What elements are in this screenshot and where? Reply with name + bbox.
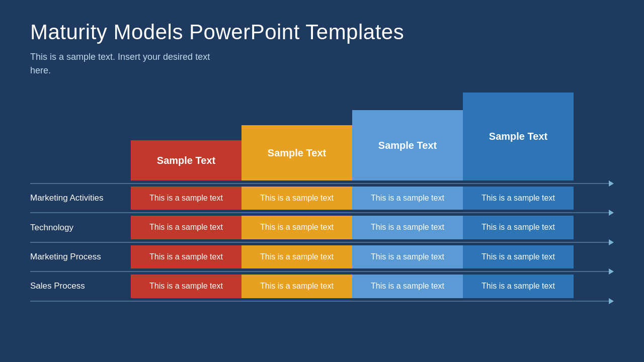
divider-bottom xyxy=(30,298,614,304)
row-label-1: Marketing Activities xyxy=(30,187,131,210)
arrow-right-1 xyxy=(609,180,614,187)
divider-1 xyxy=(30,210,614,216)
cell-4-2: This is a sample text xyxy=(242,275,352,298)
cell-3-4: This is a sample text xyxy=(463,245,574,268)
table-row: Sales Process This is a sample text This… xyxy=(30,275,614,298)
row-label-3: Marketing Process xyxy=(30,245,131,268)
cell-3-1: This is a sample text xyxy=(131,245,242,268)
col-header-2: Sample Text xyxy=(242,125,352,180)
col-header-3: Sample Text xyxy=(352,110,463,180)
cell-1-3: This is a sample text xyxy=(352,187,463,210)
table-row: Technology This is a sample text This is… xyxy=(30,216,614,239)
row-label-4: Sales Process xyxy=(30,275,131,298)
cell-1-2: This is a sample text xyxy=(242,187,352,210)
cell-3-3: This is a sample text xyxy=(352,245,463,268)
col-header-1: Sample Text xyxy=(131,140,242,180)
cell-4-4: This is a sample text xyxy=(463,275,574,298)
arrow-right-4 xyxy=(609,268,614,275)
arrow-right-3 xyxy=(609,239,614,245)
table-row: Marketing Process This is a sample text … xyxy=(30,245,614,268)
divider-2 xyxy=(30,239,614,245)
arrow-right-2 xyxy=(609,210,614,216)
table-area: Sample Text Sample Text Sample Text Samp… xyxy=(30,93,614,347)
cell-2-2: This is a sample text xyxy=(242,216,352,239)
row-label-2: Technology xyxy=(30,216,131,239)
col-header-4: Sample Text xyxy=(463,93,574,180)
slide-title: Maturity Models PowerPoint Templates xyxy=(30,20,614,44)
divider-top xyxy=(30,180,614,187)
table-row: Marketing Activities This is a sample te… xyxy=(30,187,614,210)
cell-4-3: This is a sample text xyxy=(352,275,463,298)
arrow-right-5 xyxy=(609,298,614,304)
header-row: Sample Text Sample Text Sample Text Samp… xyxy=(131,93,614,180)
cell-3-2: This is a sample text xyxy=(242,245,352,268)
cell-1-1: This is a sample text xyxy=(131,187,242,210)
cell-1-4: This is a sample text xyxy=(463,187,574,210)
slide: Maturity Models PowerPoint Templates Thi… xyxy=(0,0,644,362)
cell-2-1: This is a sample text xyxy=(131,216,242,239)
cell-4-1: This is a sample text xyxy=(131,275,242,298)
cell-2-4: This is a sample text xyxy=(463,216,574,239)
slide-subtitle: This is a sample text. Insert your desir… xyxy=(30,50,221,77)
cell-2-3: This is a sample text xyxy=(352,216,463,239)
divider-3 xyxy=(30,268,614,275)
